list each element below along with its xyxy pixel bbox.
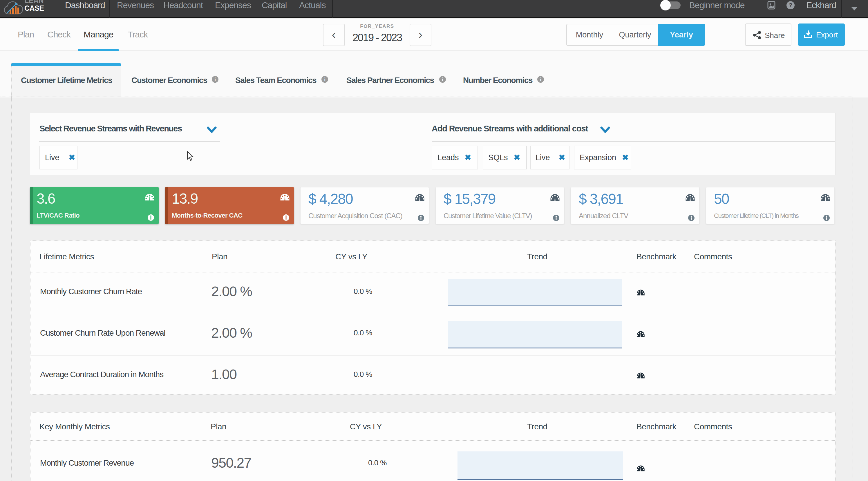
svg-text:?: ? — [789, 2, 792, 8]
